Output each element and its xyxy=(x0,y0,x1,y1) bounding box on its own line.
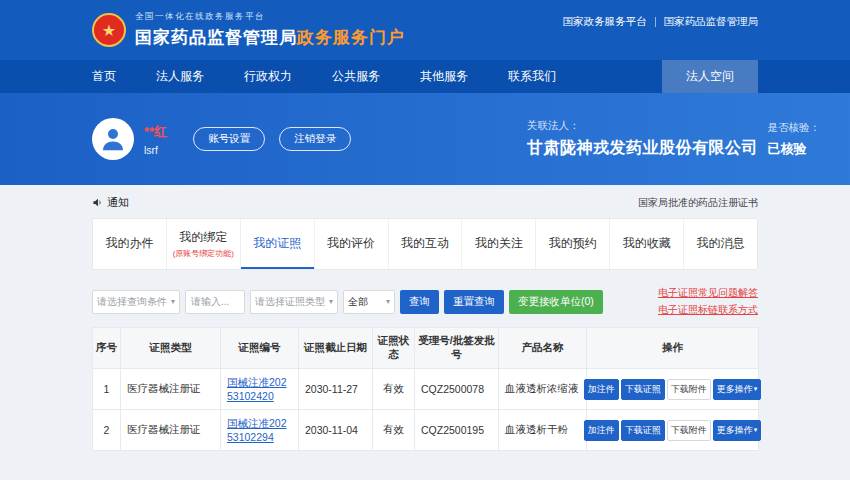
brand-block: 全国一体化在线政务服务平台 国家药品监督管理局 政务服务门户 xyxy=(135,11,405,49)
table-row: 2 医疗器械注册证 国械注准20253102294 2030-11-04 有效 … xyxy=(93,410,759,451)
download-attachment-button[interactable]: 下载附件 xyxy=(667,420,711,441)
tab-my-binding[interactable]: 我的绑定(原账号绑定功能) xyxy=(167,219,241,269)
search-button[interactable]: 查询 xyxy=(400,290,439,314)
download-cert-button[interactable]: 下载证照 xyxy=(621,379,665,400)
tab-my-follows[interactable]: 我的关注 xyxy=(462,219,536,269)
tab-my-applications[interactable]: 我的办件 xyxy=(93,219,167,269)
nav-item-admin-power[interactable]: 行政权力 xyxy=(244,60,292,93)
account-settings-button[interactable]: 账号设置 xyxy=(193,127,265,151)
content-area: 通知 国家局批准的药品注册证书 我的办件 我的绑定(原账号绑定功能) 我的证照 … xyxy=(0,185,850,480)
star-icon: ★ xyxy=(102,21,116,40)
tab-my-messages[interactable]: 我的消息 xyxy=(684,219,757,269)
more-actions-label: 更多操作 xyxy=(717,424,753,437)
cell-product-name: 血液透析干粉 xyxy=(499,410,587,451)
notice-left: 通知 xyxy=(92,195,129,210)
cell-serial: 1 xyxy=(93,369,121,410)
row-actions: 加注件 下载证照 下载附件 更多操作▾ xyxy=(593,379,752,400)
related-company-label: 关联法人： xyxy=(527,119,758,133)
reset-query-button[interactable]: 重置查询 xyxy=(444,290,504,314)
download-attachment-button[interactable]: 下载附件 xyxy=(667,379,711,400)
annotate-button[interactable]: 加注件 xyxy=(584,420,619,441)
notice-label: 通知 xyxy=(107,195,129,210)
row-actions: 加注件 下载证照 下载附件 更多操作▾ xyxy=(593,420,752,441)
tab-my-interactions[interactable]: 我的互动 xyxy=(389,219,463,269)
cert-number-link[interactable]: 国械注准20253102420 xyxy=(227,376,287,402)
cell-actions: 加注件 下载证照 下载附件 更多操作▾ xyxy=(587,369,759,410)
table-row: 1 医疗器械注册证 国械注准20253102420 2030-11-27 有效 … xyxy=(93,369,759,410)
tab-label: 我的关注 xyxy=(475,235,523,252)
related-company-block: 关联法人： 甘肃陇神戎发药业股份有限公司 xyxy=(527,119,758,159)
tab-label: 我的评价 xyxy=(327,235,375,252)
tab-my-favorites[interactable]: 我的收藏 xyxy=(610,219,684,269)
download-cert-button[interactable]: 下载证照 xyxy=(621,420,665,441)
site-title-row: 国家药品监督管理局 政务服务门户 xyxy=(135,26,405,49)
main-nav: 首页 法人服务 行政权力 公共服务 其他服务 联系我们 法人空间 xyxy=(0,60,850,93)
cell-status: 有效 xyxy=(373,369,415,410)
verify-label: 是否核验： xyxy=(768,121,821,135)
col-acceptance-number: 受理号/批签发批号 xyxy=(415,328,499,369)
tab-label: 我的互动 xyxy=(401,235,449,252)
verify-status-badge: 已核验 xyxy=(768,140,821,158)
ecert-contact-link[interactable]: 电子证照标链联系方式 xyxy=(658,303,758,317)
top-header: ★ 全国一体化在线政务服务平台 国家药品监督管理局 政务服务门户 国家政务服务平… xyxy=(0,0,850,60)
legal-space-button[interactable]: 法人空间 xyxy=(662,60,758,93)
chevron-down-icon: ▾ xyxy=(171,297,175,306)
nav-item-other-services[interactable]: 其他服务 xyxy=(420,60,468,93)
verify-status-block: 是否核验： 已核验 xyxy=(768,121,821,158)
tab-my-certificates[interactable]: 我的证照 xyxy=(241,219,315,269)
filter-bar: 请选择查询条件 ▾ 请选择证照类型 ▾ 全部 ▾ 查询 重置查询 变更接收单位(… xyxy=(92,286,758,317)
tab-label: 我的办件 xyxy=(105,235,153,252)
user-username: lsrf xyxy=(144,144,167,156)
tab-label: 我的证照 xyxy=(253,235,301,252)
user-panel: **红 lsrf 账号设置 注销登录 关联法人： 甘肃陇神戎发药业股份有限公司 … xyxy=(0,93,850,185)
cell-cert-type: 医疗器械注册证 xyxy=(121,369,221,410)
col-actions: 操作 xyxy=(587,328,759,369)
notice-message: 国家局批准的药品注册证书 xyxy=(638,196,758,210)
chevron-down-icon: ▾ xyxy=(754,426,758,434)
ecert-faq-link[interactable]: 电子证照常见问题解答 xyxy=(658,286,758,300)
annotate-button[interactable]: 加注件 xyxy=(584,379,619,400)
select-value: 请选择查询条件 xyxy=(97,295,167,309)
tab-my-reviews[interactable]: 我的评价 xyxy=(315,219,389,269)
user-display-name: **红 xyxy=(144,123,167,141)
certificates-table: 序号 证照类型 证照编号 证照截止日期 证照状态 受理号/批签发批号 产品名称 … xyxy=(92,327,759,451)
cell-expiry-date: 2030-11-27 xyxy=(299,369,373,410)
query-condition-select[interactable]: 请选择查询条件 ▾ xyxy=(92,290,180,314)
more-actions-button[interactable]: 更多操作▾ xyxy=(713,379,762,400)
more-actions-button[interactable]: 更多操作▾ xyxy=(713,420,762,441)
cert-type-select[interactable]: 请选择证照类型 ▾ xyxy=(250,290,338,314)
cell-product-name: 血液透析浓缩液 xyxy=(499,369,587,410)
tabs-bar: 我的办件 我的绑定(原账号绑定功能) 我的证照 我的评价 我的互动 我的关注 我… xyxy=(92,218,758,270)
national-emblem-icon: ★ xyxy=(92,13,126,47)
nav-item-contact-us[interactable]: 联系我们 xyxy=(508,60,556,93)
col-expiry-date: 证照截止日期 xyxy=(299,328,373,369)
logout-button[interactable]: 注销登录 xyxy=(279,127,351,151)
divider xyxy=(655,17,656,27)
cell-status: 有效 xyxy=(373,410,415,451)
cell-acceptance-number: CQZ2500078 xyxy=(415,369,499,410)
page: ★ 全国一体化在线政务服务平台 国家药品监督管理局 政务服务门户 国家政务服务平… xyxy=(0,0,850,480)
cell-expiry-date: 2030-11-04 xyxy=(299,410,373,451)
nav-item-home[interactable]: 首页 xyxy=(92,60,116,93)
related-company-name: 甘肃陇神戎发药业股份有限公司 xyxy=(527,138,758,159)
tab-subnote: (原账号绑定功能) xyxy=(173,248,234,259)
cert-number-link[interactable]: 国械注准20253102294 xyxy=(227,417,287,443)
tab-my-reservations[interactable]: 我的预约 xyxy=(536,219,610,269)
link-national-gov-platform[interactable]: 国家政务服务平台 xyxy=(563,15,647,29)
nav-item-legal-services[interactable]: 法人服务 xyxy=(156,60,204,93)
tab-label: 我的收藏 xyxy=(623,235,671,252)
chevron-down-icon: ▾ xyxy=(329,297,333,306)
keyword-input[interactable] xyxy=(185,290,245,314)
avatar xyxy=(92,118,134,160)
topbar-links: 国家政务服务平台 国家药品监督管理局 xyxy=(563,0,759,29)
scope-select[interactable]: 全部 ▾ xyxy=(343,290,395,314)
chevron-down-icon: ▾ xyxy=(386,297,390,306)
chevron-down-icon: ▾ xyxy=(754,385,758,393)
user-identity: **红 lsrf xyxy=(144,123,167,156)
nav-item-public-services[interactable]: 公共服务 xyxy=(332,60,380,93)
col-cert-number: 证照编号 xyxy=(221,328,299,369)
link-nmpa[interactable]: 国家药品监督管理局 xyxy=(664,15,759,29)
site-title: 国家药品监督管理局 xyxy=(135,26,297,49)
change-receiver-button[interactable]: 变更接收单位(0) xyxy=(509,290,603,314)
cell-serial: 2 xyxy=(93,410,121,451)
